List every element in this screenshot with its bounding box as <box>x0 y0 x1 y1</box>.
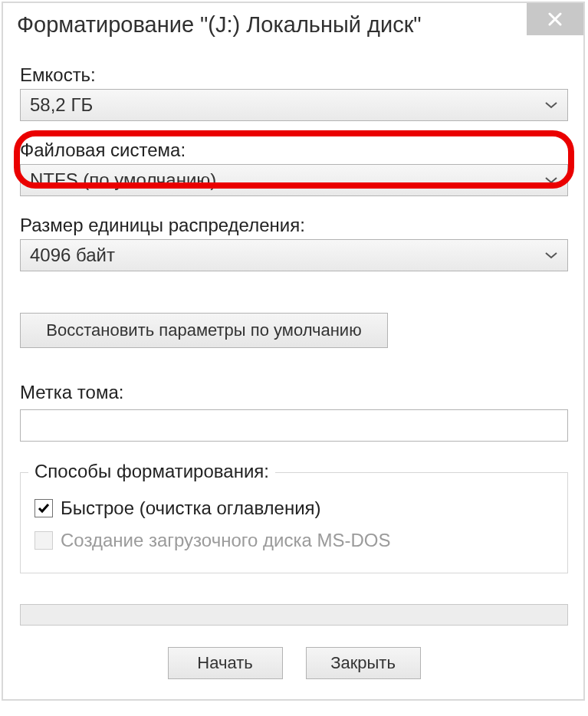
chevron-down-icon <box>544 176 558 185</box>
msdos-boot-row: Создание загрузочного диска MS-DOS <box>34 530 554 551</box>
quick-format-row: Быстрое (очистка оглавления) <box>34 498 554 519</box>
dialog-buttons: Начать Закрыть <box>20 647 568 679</box>
restore-defaults-button[interactable]: Восстановить параметры по умолчанию <box>20 313 388 348</box>
msdos-boot-label: Создание загрузочного диска MS-DOS <box>61 530 390 551</box>
close-icon[interactable] <box>527 3 583 35</box>
allocation-dropdown[interactable]: 4096 байт <box>20 239 568 271</box>
capacity-dropdown[interactable]: 58,2 ГБ <box>20 89 568 121</box>
quick-format-checkbox[interactable] <box>34 499 53 517</box>
capacity-label: Емкость: <box>20 64 568 86</box>
filesystem-dropdown[interactable]: NTFS (по умолчанию) <box>20 164 568 196</box>
filesystem-section: Файловая система: NTFS (по умолчанию) <box>20 133 568 196</box>
start-button[interactable]: Начать <box>168 647 283 679</box>
allocation-label: Размер единицы распределения: <box>20 215 568 236</box>
titlebar: Форматирование "(J:) Локальный диск" <box>3 3 583 46</box>
chevron-down-icon <box>544 251 558 260</box>
progress-bar <box>20 604 568 626</box>
msdos-boot-checkbox <box>34 531 53 550</box>
allocation-value: 4096 байт <box>30 245 115 266</box>
filesystem-label: Файловая система: <box>20 140 568 161</box>
volume-label-input[interactable] <box>20 409 568 442</box>
chevron-down-icon <box>544 100 558 110</box>
capacity-value: 58,2 ГБ <box>30 94 93 116</box>
format-dialog: Форматирование "(J:) Локальный диск" Емк… <box>2 2 585 701</box>
window-title: Форматирование "(J:) Локальный диск" <box>17 12 422 38</box>
dialog-content: Емкость: 58,2 ГБ Файловая система: NTFS … <box>3 46 583 699</box>
filesystem-value: NTFS (по умолчанию) <box>30 169 216 191</box>
format-options-legend: Способы форматирования: <box>28 461 275 482</box>
volume-label-label: Метка тома: <box>20 382 568 403</box>
close-button[interactable]: Закрыть <box>306 647 421 679</box>
format-options-group: Способы форматирования: Быстрое (очистка… <box>20 472 568 573</box>
quick-format-label: Быстрое (очистка оглавления) <box>61 498 321 519</box>
